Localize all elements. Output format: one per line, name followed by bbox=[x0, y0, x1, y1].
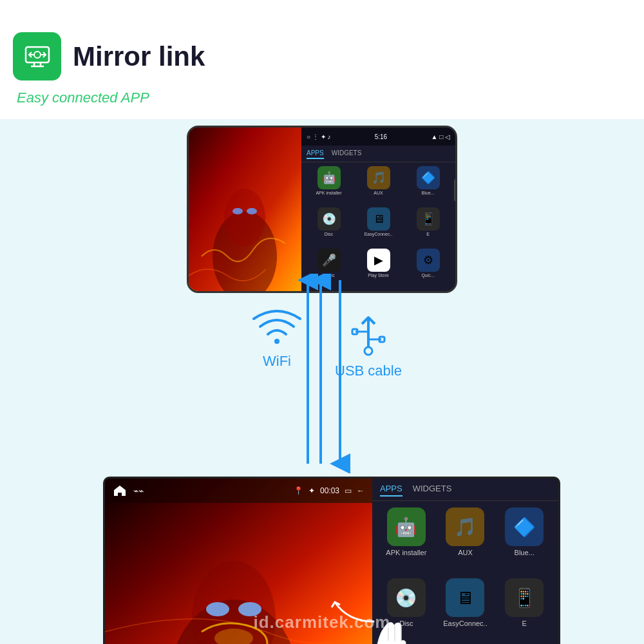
phone-tab-apps[interactable]: APPS bbox=[307, 149, 324, 159]
easy-icon: 🖥 bbox=[367, 207, 390, 231]
usb-status-icon: ⌁⌁ bbox=[133, 486, 144, 496]
aux-icon: 🎵 bbox=[367, 166, 390, 189]
blue-label: Blue... bbox=[422, 191, 435, 195]
phone-right-icons: ▲ □ ◁ bbox=[431, 133, 451, 140]
svg-point-10 bbox=[232, 208, 243, 214]
car-easy-label: EasyConnec.. bbox=[443, 620, 487, 627]
car-location-icon: 📍 bbox=[294, 486, 303, 495]
disc-label: Disc bbox=[325, 232, 334, 236]
play-icon: ▶ bbox=[367, 249, 390, 272]
phone-app-apk[interactable]: 🤖 APK installer bbox=[305, 166, 352, 205]
mirror-link-icon bbox=[13, 32, 61, 80]
car-app-aux[interactable]: 🎵 AUX bbox=[438, 507, 493, 574]
home-icon bbox=[113, 484, 127, 498]
car-app-apk[interactable]: 🤖 APK installer bbox=[379, 507, 434, 574]
phone-app-blue[interactable]: 🔷 Blue... bbox=[404, 166, 451, 205]
svg-point-25 bbox=[206, 602, 229, 616]
phone-app-panel: ○ ⋮ ✦ ♪ 5:16 ▲ □ ◁ APPS WIDGETS 🤖 APK in… bbox=[301, 128, 455, 291]
svg-point-4 bbox=[34, 52, 41, 58]
car-tabs: APPS WIDGETS bbox=[372, 478, 558, 501]
phone-tab-widgets[interactable]: WIDGETS bbox=[332, 149, 362, 159]
e-label: E bbox=[426, 232, 430, 236]
phone-app-grid: 🤖 APK installer 🎵 AUX 🔷 Blue... 💿 Disc bbox=[301, 162, 455, 291]
car-status-bar: ⌁⌁ 📍 ✦ 00:03 ▭ ← bbox=[105, 478, 372, 503]
mirror-link-title: Mirror link bbox=[73, 41, 205, 72]
phone-screen: ○ ⋮ ✦ ♪ 5:16 ▲ □ ◁ APPS WIDGETS 🤖 APK in… bbox=[187, 126, 457, 293]
car-e-icon: 📱 bbox=[505, 578, 544, 617]
car-app-e[interactable]: 📱 E bbox=[497, 578, 552, 644]
phone-power-button bbox=[454, 179, 457, 202]
aux-label: AUX bbox=[374, 191, 383, 195]
car-blue-label: Blue... bbox=[515, 549, 535, 556]
header-section: Mirror link Easy connected APP bbox=[0, 0, 644, 119]
car-window-icon: ▭ bbox=[345, 486, 352, 495]
phone-tabs: APPS WIDGETS bbox=[301, 146, 455, 162]
phone-status-icons: ○ ⋮ ✦ ♪ bbox=[307, 133, 330, 140]
car-apk-label: APK installer bbox=[386, 549, 426, 556]
phone-status-bar: ○ ⋮ ✦ ♪ 5:16 ▲ □ ◁ bbox=[301, 128, 455, 146]
phone-app-disc[interactable]: 💿 Disc bbox=[305, 207, 352, 246]
phone-app-e[interactable]: 📱 E bbox=[404, 207, 451, 246]
car-blue-icon: 🔷 bbox=[505, 507, 544, 546]
car-status-right-icons: 📍 ✦ 00:03 ▭ ← bbox=[294, 486, 365, 495]
apk-label: APK installer bbox=[316, 191, 341, 195]
car-status-left-icons: ⌁⌁ bbox=[113, 484, 144, 498]
car-easy-icon: 🖥 bbox=[446, 578, 484, 617]
diagram-area: ○ ⋮ ✦ ♪ 5:16 ▲ □ ◁ APPS WIDGETS 🤖 APK in… bbox=[0, 119, 644, 644]
car-app-blue[interactable]: 🔷 Blue... bbox=[497, 507, 552, 574]
watermark: id.carmitek.com bbox=[254, 612, 391, 632]
svg-point-11 bbox=[247, 208, 257, 214]
blue-icon: 🔷 bbox=[417, 166, 440, 189]
phone-app-easy[interactable]: 🖥 EasyConnec.. bbox=[355, 207, 402, 246]
phone-app-aux[interactable]: 🎵 AUX bbox=[355, 166, 402, 205]
car-e-label: E bbox=[522, 620, 526, 627]
phone-app-quic[interactable]: ⚙ Quic... bbox=[404, 249, 451, 287]
car-aux-label: AUX bbox=[458, 549, 473, 556]
easy-connected-label: Easy connected APP bbox=[17, 90, 631, 106]
car-back-icon: ← bbox=[357, 486, 365, 495]
car-app-easy[interactable]: 🖥 EasyConnec.. bbox=[438, 578, 493, 644]
car-tab-widgets[interactable]: WIDGETS bbox=[413, 484, 452, 497]
svg-point-9 bbox=[224, 189, 265, 247]
phone-device: ○ ⋮ ✦ ♪ 5:16 ▲ □ ◁ APPS WIDGETS 🤖 APK in… bbox=[187, 126, 457, 293]
quic-icon: ⚙ bbox=[417, 249, 440, 272]
car-aux-icon: 🎵 bbox=[446, 507, 484, 546]
music-icon: 🎤 bbox=[317, 249, 341, 272]
car-time: 00:03 bbox=[320, 486, 339, 495]
e-icon: 📱 bbox=[417, 207, 440, 231]
car-apk-icon: 🤖 bbox=[387, 507, 426, 546]
connection-arrows bbox=[258, 274, 386, 473]
phone-time: 5:16 bbox=[375, 133, 387, 140]
car-bluetooth-icon: ✦ bbox=[308, 486, 315, 495]
mirror-link-row: Mirror link bbox=[13, 32, 631, 80]
easy-label: EasyConnec.. bbox=[365, 232, 393, 236]
apk-icon: 🤖 bbox=[317, 166, 341, 189]
car-tab-apps[interactable]: APPS bbox=[380, 484, 402, 497]
disc-icon: 💿 bbox=[317, 207, 341, 231]
phone-left-image bbox=[189, 128, 301, 291]
quic-label: Quic... bbox=[421, 273, 434, 278]
